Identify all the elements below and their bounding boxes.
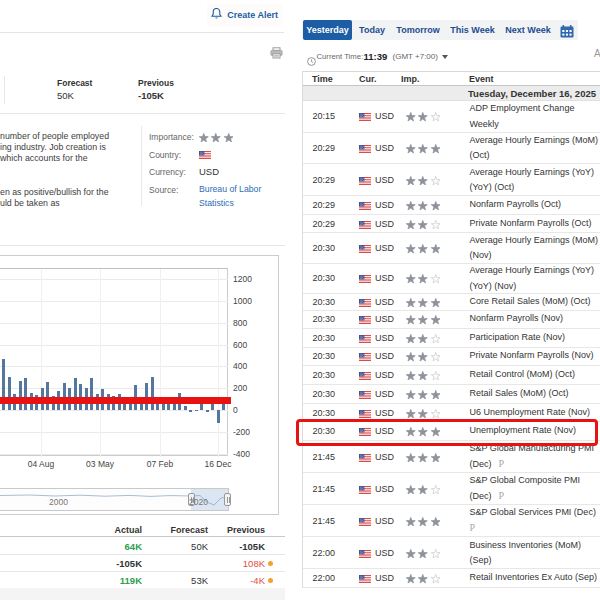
calendar-row[interactable]: 20:29USDNonfarm Payrolls (Oct) — [303, 196, 600, 215]
tab-this-week[interactable]: This Week — [442, 20, 503, 40]
y-axis-label: 1200 — [233, 274, 252, 284]
tab-today[interactable]: Today — [352, 20, 392, 40]
event-name[interactable]: Retail Inventories Ex Auto (Sep) — [470, 571, 600, 586]
us-flag-icon — [359, 113, 371, 121]
gridline — [41, 269, 42, 457]
clipped-filter-text[interactable]: All — [594, 48, 600, 59]
navigator-label-2000: 2000 — [49, 497, 68, 507]
event-name[interactable]: Core Retail Sales (MoM) (Oct) — [470, 294, 600, 309]
calendar-row[interactable]: 22:00USDBusiness Inventories (MoM)(Sep) — [303, 537, 600, 569]
country-flag — [359, 196, 371, 214]
calendar-row[interactable]: 20:30USDParticipation Rate (Nov) — [303, 329, 600, 348]
calendar-row[interactable]: 20:30USDAverage Hourly Earnings (YoY)(Yo… — [303, 264, 600, 294]
event-currency: USD — [375, 333, 394, 343]
calendar-row[interactable]: 20:30USDCore Retail Sales (MoM) (Oct) — [303, 294, 600, 311]
calendar-icon[interactable] — [560, 24, 574, 37]
calendar-row[interactable]: 20:30USDRetail Sales (MoM) (Oct) — [303, 385, 600, 404]
tab-next-week[interactable]: Next Week — [496, 20, 560, 40]
calendar-row[interactable]: 21:45USDS&P Global Composite PMI(Dec)P — [303, 473, 600, 505]
event-name[interactable]: Private Nonfarm Payrolls (Nov) — [470, 349, 600, 364]
star-filled-icon — [224, 133, 234, 143]
us-flag-icon — [359, 575, 371, 583]
event-name[interactable]: S&P Global Composite PMI(Dec)P — [470, 473, 600, 505]
event-name[interactable]: Average Hourly Earnings (YoY)(YoY) (Nov) — [470, 263, 600, 294]
country-flag — [359, 480, 371, 498]
event-currency: USD — [375, 273, 394, 283]
page-background-strip — [0, 588, 285, 600]
tab-yesterday[interactable]: Yesterday — [303, 20, 352, 40]
gridline — [100, 269, 101, 457]
importance-stars — [406, 107, 443, 125]
event-currency: USD — [375, 175, 394, 185]
star-filled-icon — [199, 133, 209, 143]
y-axis-label: 600 — [233, 340, 247, 350]
us-flag-icon — [359, 221, 371, 229]
event-time: 20:30 — [313, 297, 336, 307]
create-alert-button[interactable]: Create Alert — [207, 4, 282, 26]
event-name[interactable]: S&P Global Services PMI (Dec)P — [470, 505, 600, 537]
event-name[interactable]: Retail Control (MoM) (Oct) — [470, 367, 600, 382]
country-flag — [359, 269, 371, 287]
chart-bar — [19, 381, 22, 410]
event-name[interactable]: U6 Unemployment Rate (Nov) — [470, 405, 600, 420]
calendar-row[interactable]: 20:29USDAverage Hourly Earnings (MoM)(Oc… — [303, 133, 600, 165]
calendar-row[interactable]: 20:30USDNonfarm Payrolls (Nov) — [303, 311, 600, 329]
event-currency: USD — [375, 219, 394, 229]
calendar-row[interactable]: 22:00USDRetail Inventories Ex Auto (Sep) — [303, 569, 600, 588]
calendar-row[interactable]: 20:15USDADP Employment ChangeWeekly — [303, 101, 600, 133]
history-header-underline — [0, 536, 285, 537]
event-name[interactable]: Participation Rate (Nov) — [470, 330, 600, 345]
us-flag-icon — [359, 372, 371, 380]
source-link-line2[interactable]: Statistics — [199, 198, 234, 208]
calendar-row[interactable]: 20:30USDPrivate Nonfarm Payrolls (Nov) — [303, 348, 600, 366]
navigator-right-handle[interactable] — [224, 493, 231, 506]
event-name[interactable]: Nonfarm Payrolls (Oct) — [470, 197, 600, 212]
event-time: 22:00 — [313, 548, 336, 558]
event-name[interactable]: Business Inventories (MoM)(Sep) — [470, 538, 600, 569]
star-filled-icon — [406, 453, 416, 463]
star-empty-icon — [431, 112, 441, 122]
calendar-row[interactable]: 20:30USDAverage Hourly Earnings (MoM)(No… — [303, 233, 600, 263]
calendar-row[interactable]: 20:30USDRetail Control (MoM) (Oct) — [303, 366, 600, 385]
stats-divider — [4, 76, 5, 104]
calendar-row[interactable]: 21:45USDS&P Global Services PMI (Dec)P — [303, 505, 600, 537]
us-flag-icon — [359, 518, 371, 526]
chart-navigator[interactable]: 2000 2020 — [0, 488, 229, 511]
us-flag-icon — [359, 275, 371, 283]
event-currency: USD — [375, 370, 394, 380]
event-currency: USD — [375, 111, 394, 121]
event-name[interactable]: Average Hourly Earnings (MoM)(Oct) — [470, 133, 600, 164]
event-name[interactable]: Retail Sales (MoM) (Oct) — [470, 386, 600, 401]
event-name[interactable]: Average Hourly Earnings (YoY)(YoY) (Oct) — [470, 165, 600, 196]
us-flag-icon — [359, 550, 371, 558]
calendar-row[interactable]: 21:45USDS&P Global Manufacturing PMI(Dec… — [303, 441, 600, 473]
event-name[interactable]: ADP Employment ChangeWeekly — [470, 101, 600, 132]
star-empty-icon — [431, 220, 441, 230]
calendar-row[interactable]: 20:29USDPrivate Nonfarm Payrolls (Oct) — [303, 215, 600, 234]
event-name[interactable]: Nonfarm Payrolls (Nov) — [470, 312, 600, 327]
star-filled-icon — [406, 549, 416, 559]
calendar-row[interactable]: 20:29USDAverage Hourly Earnings (YoY)(Yo… — [303, 164, 600, 196]
tab-tomorrow[interactable]: Tomorrow — [388, 20, 448, 40]
source-link[interactable]: Bureau of Labor — [199, 184, 261, 194]
event-description: number of people employeding industry. J… — [0, 131, 109, 165]
importance-stars — [406, 448, 443, 466]
event-name[interactable]: Private Nonfarm Payrolls (Oct) — [470, 216, 600, 231]
col-cur: Cur. — [359, 74, 377, 84]
chart-bar — [222, 404, 225, 410]
importance-stars — [406, 293, 443, 311]
forecast-value: 50K — [57, 90, 74, 101]
event-currency: USD — [375, 143, 394, 153]
us-flag-icon — [199, 150, 211, 161]
country-flag — [359, 107, 371, 125]
event-name[interactable]: Average Hourly Earnings (MoM)(Nov) — [470, 233, 600, 264]
country-flag — [359, 139, 371, 157]
chevron-down-icon[interactable] — [442, 55, 448, 59]
star-filled-icon — [418, 485, 428, 495]
star-filled-icon — [431, 390, 441, 400]
star-filled-icon — [418, 334, 428, 344]
print-icon[interactable] — [270, 45, 283, 57]
us-flag-icon — [359, 177, 371, 185]
star-empty-icon — [431, 274, 441, 284]
event-time: 20:29 — [313, 200, 336, 210]
